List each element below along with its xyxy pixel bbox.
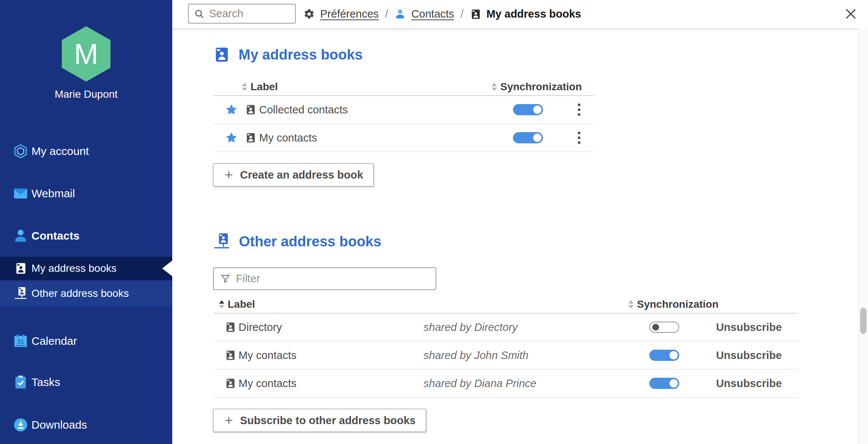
table-row: Directory shared by Directory Unsubscrib… (213, 313, 799, 341)
person-icon (394, 8, 406, 20)
avatar-initial: M (74, 37, 98, 71)
sort-icon (242, 83, 247, 91)
mail-icon (12, 185, 29, 202)
sidebar-item-my-account[interactable]: My account (0, 141, 172, 162)
filter-box (213, 267, 436, 290)
breadcrumb-separator: / (459, 8, 465, 20)
sync-toggle[interactable] (513, 104, 543, 115)
unsubscribe-button[interactable]: Unsubscribe (710, 349, 788, 362)
row-menu-icon[interactable] (576, 130, 582, 146)
sync-toggle[interactable] (649, 322, 679, 333)
topbar: Préférences / Contacts / My address book… (172, 0, 868, 28)
unsubscribe-button[interactable]: Unsubscribe (710, 377, 788, 390)
sync-toggle[interactable] (649, 378, 679, 389)
downloads-icon (12, 417, 29, 433)
sidebar-item-label: Contacts (31, 229, 79, 242)
scrollbar-track (858, 28, 868, 444)
sidebar-item-label: Tasks (31, 376, 60, 389)
scrollbar-thumb[interactable] (860, 308, 867, 334)
breadcrumb-link-contacts[interactable]: Contacts (411, 8, 454, 20)
table-row: Collected contacts (213, 96, 594, 124)
address-book-name: My contacts (239, 377, 297, 390)
section-title: My address books (239, 47, 363, 63)
address-book-icon (470, 9, 481, 20)
search-input[interactable] (209, 7, 290, 20)
plus-icon (224, 415, 234, 426)
sort-icon-ascending (219, 300, 224, 308)
sidebar-item-downloads[interactable]: Downloads (0, 414, 172, 435)
shared-by-text: shared by Diana Prince (424, 377, 536, 390)
account-icon (12, 143, 29, 159)
sidebar-item-label: Other address books (31, 288, 129, 299)
toggle-knob (670, 351, 678, 359)
table-header: Label Synchronization (213, 295, 799, 313)
sidebar-item-calendar[interactable]: 31 Calendar (0, 331, 172, 352)
my-address-books-header: My address books (213, 46, 858, 64)
avatar: M (62, 26, 110, 82)
address-book-name: Collected contacts (259, 104, 348, 116)
sidebar-item-webmail[interactable]: Webmail (0, 183, 172, 204)
sidebar-item-my-address-books[interactable]: My address books (0, 257, 172, 280)
sidebar-item-other-address-books[interactable]: Other address books (0, 281, 172, 306)
shared-address-book-icon (213, 232, 230, 251)
toggle-knob (670, 379, 678, 387)
sidebar-item-contacts[interactable]: Contacts (0, 225, 172, 246)
search-icon (194, 9, 204, 19)
sidebar-item-label: Downloads (31, 419, 87, 431)
breadcrumb: Préférences / Contacts / My address book… (303, 0, 581, 28)
search-box (188, 4, 296, 24)
address-book-name: My contacts (239, 349, 297, 362)
selected-item-notch (162, 261, 172, 276)
column-header-synchronization[interactable]: Synchronization (492, 78, 582, 96)
sidebar-item-tasks[interactable]: Tasks (0, 372, 172, 393)
toggle-knob (533, 106, 541, 114)
breadcrumb-link-preferences[interactable]: Préférences (320, 8, 379, 20)
breadcrumb-current: My address books (486, 8, 581, 20)
table-row: My contacts shared by John Smith Unsubsc… (213, 341, 799, 370)
filter-input[interactable] (236, 273, 429, 285)
shared-address-book-icon (13, 286, 28, 301)
table-row: My contacts shared by Diana Prince Unsub… (213, 370, 799, 398)
toggle-knob (652, 324, 659, 331)
close-icon[interactable] (843, 6, 858, 21)
address-book-icon (225, 378, 236, 389)
main-content: My address books Label Synchronization (172, 28, 858, 444)
table-header: Label Synchronization (213, 78, 594, 96)
sync-toggle[interactable] (513, 132, 543, 143)
filter-funnel-icon (220, 274, 231, 284)
column-header-synchronization[interactable]: Synchronization (628, 295, 719, 313)
my-address-books-table: Label Synchronization Collected contacts (213, 78, 594, 152)
favorite-star-icon[interactable] (225, 131, 238, 144)
row-menu-icon[interactable] (576, 102, 582, 118)
tasks-icon (12, 374, 29, 390)
svg-text:31: 31 (17, 338, 24, 345)
favorite-star-icon[interactable] (225, 103, 238, 116)
column-header-label[interactable]: Label (242, 78, 278, 96)
sync-toggle[interactable] (649, 350, 679, 361)
unsubscribe-button[interactable]: Unsubscribe (710, 321, 788, 334)
plus-icon (224, 170, 234, 180)
address-book-icon (225, 322, 236, 333)
contacts-icon (12, 228, 29, 244)
sort-icon (492, 83, 497, 91)
user-name: Marie Dupont (0, 88, 172, 100)
sidebar-item-label: Webmail (31, 187, 75, 200)
subscribe-address-books-button[interactable]: Subscribe to other address books (213, 409, 426, 432)
create-address-book-button[interactable]: Create an address book (213, 163, 374, 186)
breadcrumb-separator: / (384, 8, 389, 20)
gear-icon (303, 8, 315, 20)
sidebar: M Marie Dupont My account Webmail Conta (0, 0, 172, 444)
sort-icon (628, 300, 634, 308)
shared-by-text: shared by John Smith (424, 349, 528, 362)
shared-by-text: shared by Directory (424, 321, 518, 334)
address-book-icon (213, 46, 230, 64)
address-book-name: My contacts (259, 132, 317, 144)
sidebar-item-label: Calendar (31, 335, 77, 347)
toggle-knob (533, 134, 541, 142)
column-header-label[interactable]: Label (219, 295, 255, 313)
sidebar-item-label: My address books (31, 262, 116, 274)
other-address-books-header: Other address books (213, 232, 858, 251)
calendar-icon: 31 (12, 333, 29, 349)
section-title: Other address books (239, 234, 381, 250)
address-book-name: Directory (239, 321, 282, 334)
